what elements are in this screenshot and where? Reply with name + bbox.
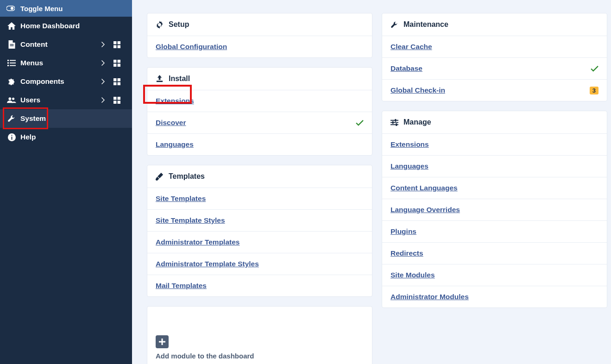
sidebar-label: Components: [20, 77, 101, 86]
svg-rect-26: [113, 100, 116, 103]
chevron-right-icon: [101, 42, 113, 47]
install-languages-link[interactable]: Languages: [156, 140, 194, 149]
svg-rect-9: [10, 60, 16, 61]
svg-point-22: [8, 97, 11, 100]
site-template-styles-link[interactable]: Site Template Styles: [156, 216, 225, 225]
gear-icon: [156, 21, 166, 29]
panel-row: Redirects: [382, 242, 607, 264]
svg-rect-5: [118, 41, 120, 44]
svg-rect-15: [118, 60, 120, 63]
svg-rect-34: [391, 119, 398, 120]
svg-rect-25: [118, 97, 120, 100]
manage-extensions-link[interactable]: Extensions: [391, 140, 429, 149]
grid-icon[interactable]: [113, 78, 126, 85]
sidebar-item-home[interactable]: Home Dashboard: [0, 17, 132, 35]
panel-row: Global Check-in 3: [382, 79, 607, 101]
install-discover-link[interactable]: Discover: [156, 119, 186, 127]
setup-panel: Setup Global Configuration: [147, 13, 372, 58]
toggle-menu-label: Toggle Menu: [20, 5, 63, 13]
sidebar-label: Menus: [20, 59, 101, 67]
panel-row: Language Overrides: [382, 199, 607, 220]
svg-rect-11: [10, 63, 16, 63]
panel-header: Maintenance: [382, 13, 607, 36]
svg-rect-33: [159, 341, 165, 343]
right-column: Maintenance Clear Cache Database Global …: [382, 13, 607, 364]
sidebar-item-content[interactable]: Content: [0, 35, 132, 54]
panel-row: Site Templates: [147, 188, 372, 209]
svg-rect-2: [10, 44, 13, 45]
panel-row: Extensions: [382, 133, 607, 155]
check-icon: [356, 120, 364, 126]
panel-row: Administrator Template Styles: [147, 253, 372, 275]
users-icon: [6, 97, 17, 103]
svg-rect-13: [10, 65, 16, 66]
svg-rect-12: [7, 65, 9, 66]
panel-row: Languages: [147, 133, 372, 155]
panel-row: Clear Cache: [382, 36, 607, 57]
clear-cache-link[interactable]: Clear Cache: [391, 43, 432, 51]
svg-rect-20: [113, 82, 116, 85]
check-icon: [591, 66, 598, 72]
grid-icon[interactable]: [113, 41, 126, 48]
panel-row: Administrator Modules: [382, 286, 607, 308]
grid-icon[interactable]: [113, 97, 126, 104]
sidebar-label: Home Dashboard: [20, 22, 126, 30]
content-languages-link[interactable]: Content Languages: [391, 184, 458, 192]
svg-rect-3: [10, 45, 13, 46]
manage-languages-link[interactable]: Languages: [391, 162, 428, 170]
sidebar-label: Content: [20, 40, 101, 49]
manage-panel: Manage Extensions Languages Content Lang…: [382, 111, 607, 308]
redirects-link[interactable]: Redirects: [391, 249, 423, 257]
global-configuration-link[interactable]: Global Configuration: [156, 43, 227, 51]
add-module-button[interactable]: [156, 335, 169, 348]
sidebar-item-system[interactable]: System: [0, 109, 132, 128]
sidebar-item-help[interactable]: Help: [0, 128, 132, 146]
svg-rect-19: [118, 78, 120, 81]
panel-row: Extensions: [147, 90, 372, 112]
svg-rect-30: [11, 135, 12, 136]
grid-icon[interactable]: [113, 60, 126, 67]
install-extensions-link[interactable]: Extensions: [156, 97, 194, 105]
site-modules-link[interactable]: Site Modules: [391, 271, 435, 279]
svg-rect-10: [7, 63, 9, 64]
panel-row: Languages: [382, 155, 607, 177]
panel-title: Install: [169, 75, 190, 83]
database-link[interactable]: Database: [391, 64, 422, 73]
mail-templates-link[interactable]: Mail Templates: [156, 282, 207, 290]
home-icon: [6, 22, 17, 30]
svg-rect-39: [396, 123, 397, 126]
sidebar-item-components[interactable]: Components: [0, 72, 132, 91]
chevron-right-icon: [101, 97, 113, 103]
sidebar-item-menus[interactable]: Menus: [0, 54, 132, 72]
admin-template-styles-link[interactable]: Administrator Template Styles: [156, 260, 259, 268]
file-icon: [6, 40, 17, 49]
sidebar-item-users[interactable]: Users: [0, 91, 132, 109]
sidebar: Toggle Menu Home Dashboard Content Menus…: [0, 0, 132, 364]
checkin-badge: 3: [590, 87, 598, 94]
panel-title: Setup: [169, 20, 189, 29]
admin-templates-link[interactable]: Administrator Templates: [156, 238, 239, 246]
svg-rect-29: [11, 137, 12, 140]
language-overrides-link[interactable]: Language Overrides: [391, 206, 460, 214]
svg-rect-7: [118, 45, 120, 48]
panel-header: Manage: [382, 111, 607, 133]
plugins-link[interactable]: Plugins: [391, 227, 416, 236]
wrench-icon: [6, 114, 17, 123]
toggle-menu-button[interactable]: Toggle Menu: [0, 0, 132, 17]
maintenance-panel: Maintenance Clear Cache Database Global …: [382, 13, 607, 101]
admin-modules-link[interactable]: Administrator Modules: [391, 293, 469, 301]
svg-rect-24: [113, 97, 116, 100]
templates-panel: Templates Site Templates Site Template S…: [147, 165, 372, 297]
install-panel: Install Extensions Discover Languages: [147, 67, 372, 156]
panel-row: Discover: [147, 112, 372, 133]
panel-header: Setup: [147, 13, 372, 36]
panel-row: Site Template Styles: [147, 209, 372, 231]
panel-title: Manage: [403, 118, 431, 126]
brush-icon: [156, 173, 166, 181]
global-checkin-link[interactable]: Global Check-in: [391, 86, 445, 94]
sidebar-label: Users: [20, 96, 101, 104]
panel-row: Database: [382, 57, 607, 79]
svg-rect-17: [118, 63, 120, 66]
site-templates-link[interactable]: Site Templates: [156, 195, 206, 203]
panel-row: Global Configuration: [147, 36, 372, 57]
